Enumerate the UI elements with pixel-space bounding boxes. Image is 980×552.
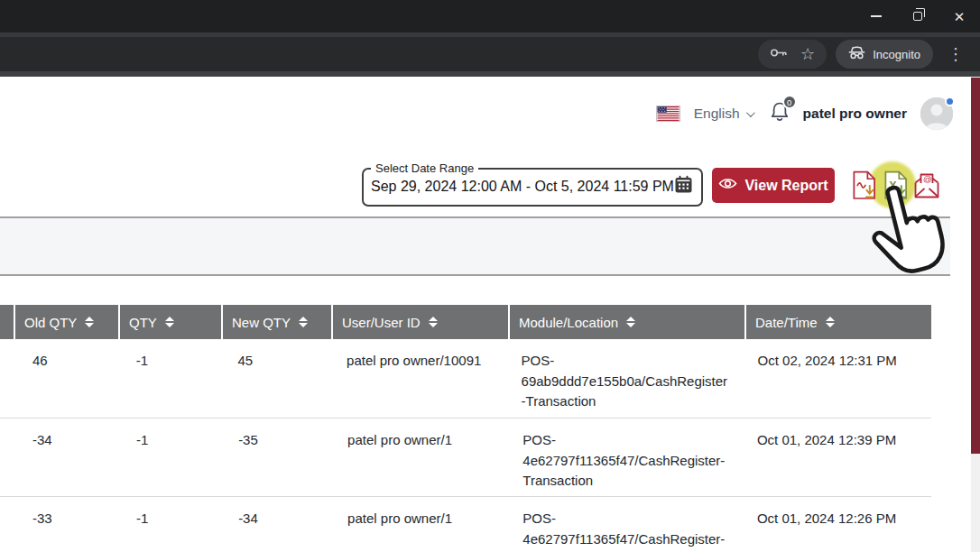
sort-icon[interactable] — [826, 316, 835, 328]
cell-user: patel pro owner/1 — [338, 419, 513, 496]
incognito-label: Incognito — [873, 48, 920, 61]
cell-qty: -1 — [127, 419, 229, 496]
incognito-badge: Incognito — [836, 40, 933, 69]
us-flag-icon — [656, 106, 680, 122]
view-report-button[interactable]: View Report — [712, 168, 835, 203]
chevron-down-icon — [746, 108, 755, 117]
column-header-user[interactable]: User/User ID — [333, 305, 510, 339]
notification-badge: 0 — [782, 95, 797, 109]
report-table: Old QTY QTY New QTY User/User ID Module/… — [0, 305, 931, 552]
cell-module-location: POS-4e62797f11365f47/CashRegister-Transa… — [513, 497, 748, 552]
sort-icon[interactable] — [85, 316, 94, 328]
filter-panel: Clear — [0, 216, 950, 276]
date-range-inner: Sep 29, 2024 12:00 AM - Oct 5, 2024 11:5… — [364, 175, 701, 205]
column-label: User/User ID — [342, 315, 421, 330]
table-header-row: Old QTY QTY New QTY User/User ID Module/… — [0, 305, 931, 339]
close-button[interactable]: ✕ — [938, 0, 980, 32]
sort-icon[interactable] — [626, 316, 635, 328]
table-row: -34 -1 -35 patel pro owner/1 POS-4e62797… — [0, 419, 931, 497]
page-header-row: English 0 patel pro owner — [656, 97, 953, 130]
toolbar-action-group: ☆ — [758, 40, 827, 69]
cell-old-qty: -34 — [23, 419, 127, 496]
bookmark-star-icon[interactable]: ☆ — [800, 46, 815, 62]
column-label: Date/Time — [755, 315, 818, 330]
column-header-new-qty[interactable]: New QTY — [223, 305, 333, 339]
column-label: New QTY — [232, 315, 291, 330]
browser-titlebar: ✕ — [0, 0, 980, 32]
column-header-module-location[interactable]: Module/Location — [510, 305, 746, 339]
cell-qty: -1 — [127, 339, 229, 418]
scrollbar-thumb[interactable] — [971, 78, 980, 454]
calendar-icon[interactable] — [674, 175, 693, 198]
cell-new-qty: -34 — [229, 497, 338, 552]
avatar[interactable] — [920, 97, 953, 130]
cell-module-location: POS-69ab9ddd7e155b0a/CashRegister-Transa… — [513, 339, 749, 418]
cell-old-qty: -33 — [23, 497, 127, 552]
notifications-button[interactable]: 0 — [770, 101, 790, 126]
screen: ✕ ☆ Incognito ⋮ English — [0, 0, 980, 552]
sort-icon[interactable] — [429, 316, 438, 328]
minimize-button[interactable] — [855, 0, 897, 32]
column-header-date-time[interactable]: Date/Time — [746, 305, 931, 339]
bell-icon — [770, 110, 790, 125]
restore-button[interactable] — [897, 0, 938, 32]
page-content: English 0 patel pro owner Select Date Ra… — [0, 77, 980, 552]
date-range-value[interactable]: Sep 29, 2024 12:00 AM - Oct 5, 2024 11:5… — [371, 179, 674, 195]
browser-toolbar: ☆ Incognito ⋮ — [0, 37, 980, 71]
cell-cut — [0, 419, 23, 496]
date-range-label: Select Date Range — [371, 161, 478, 175]
cell-qty: -1 — [127, 497, 229, 552]
column-label: Module/Location — [519, 315, 618, 330]
cell-cut — [0, 497, 23, 552]
restore-icon — [913, 12, 922, 21]
cell-date-time: Oct 01, 2024 12:39 PM — [748, 419, 931, 496]
cell-new-qty: 45 — [228, 339, 337, 418]
cell-cut — [0, 339, 23, 418]
view-report-label: View Report — [744, 178, 827, 194]
eye-icon — [718, 177, 737, 194]
window-controls: ✕ — [855, 0, 980, 32]
cell-module-location: POS-4e62797f11365f47/CashRegister-Transa… — [513, 419, 748, 496]
language-label: English — [694, 106, 740, 122]
table-row: 46 -1 45 patel pro owner/10091 POS-69ab9… — [0, 339, 931, 419]
language-selector[interactable]: English — [694, 106, 753, 122]
table-header-cut-column — [0, 305, 15, 339]
column-header-old-qty[interactable]: Old QTY — [15, 305, 120, 339]
cell-new-qty: -35 — [229, 419, 338, 496]
table-row: -33 -1 -34 patel pro owner/1 POS-4e62797… — [0, 497, 931, 552]
password-key-icon[interactable] — [770, 46, 788, 62]
status-dot — [945, 97, 955, 106]
cell-date-time: Oct 01, 2024 12:26 PM — [748, 497, 931, 552]
user-name[interactable]: patel pro owner — [803, 106, 907, 122]
column-label: QTY — [129, 315, 157, 330]
cell-old-qty: 46 — [23, 339, 127, 418]
minimize-icon — [871, 15, 882, 17]
date-range-field[interactable]: Select Date Range Sep 29, 2024 12:00 AM … — [362, 161, 703, 207]
cell-user: patel pro owner/1 — [338, 497, 513, 552]
cell-user: patel pro owner/10091 — [337, 339, 513, 418]
browser-menu-icon[interactable]: ⋮ — [942, 46, 969, 62]
sort-icon[interactable] — [165, 316, 174, 328]
column-label: Old QTY — [24, 315, 77, 330]
column-header-qty[interactable]: QTY — [120, 305, 223, 339]
incognito-icon — [848, 46, 865, 62]
cell-date-time: Oct 02, 2024 12:31 PM — [749, 339, 931, 418]
close-icon: ✕ — [954, 10, 966, 23]
sort-icon[interactable] — [299, 316, 308, 328]
page-scrollbar[interactable] — [971, 77, 980, 552]
